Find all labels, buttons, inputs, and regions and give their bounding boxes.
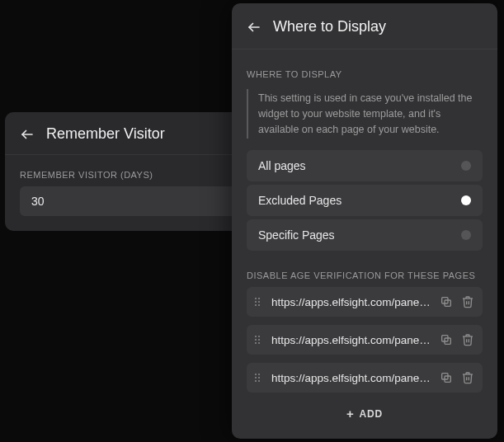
back-arrow-icon[interactable] [247, 20, 261, 35]
trash-icon[interactable] [461, 371, 474, 384]
add-label: ADD [360, 408, 383, 420]
panel-header: Remember Visitor [5, 112, 269, 155]
section-label: WHERE TO DISPLAY [232, 49, 497, 86]
drag-handle-icon[interactable] [255, 336, 263, 344]
back-arrow-icon[interactable] [20, 127, 35, 142]
copy-icon[interactable] [440, 371, 453, 384]
drag-handle-icon[interactable] [255, 298, 263, 306]
copy-icon[interactable] [440, 295, 453, 308]
field-label: REMEMBER VISITOR (DAYS) [5, 155, 269, 186]
url-row: https://apps.elfsight.com/panel… [247, 325, 483, 355]
option-excluded-pages[interactable]: Excluded Pages [247, 185, 483, 216]
copy-icon[interactable] [440, 333, 453, 346]
option-specific-pages[interactable]: Specific Pages [247, 219, 483, 251]
drag-handle-icon[interactable] [255, 374, 263, 382]
url-row: https://apps.elfsight.com/panel… [247, 363, 483, 393]
days-input[interactable]: 30 [20, 186, 254, 216]
where-to-display-panel: Where to Display WHERE TO DISPLAY This s… [232, 3, 497, 439]
url-text[interactable]: https://apps.elfsight.com/panel… [271, 296, 431, 308]
panel-title: Where to Display [273, 18, 386, 35]
display-options-group: All pages Excluded Pages Specific Pages [232, 150, 497, 251]
option-label: Specific Pages [258, 228, 335, 242]
trash-icon[interactable] [461, 295, 474, 308]
trash-icon[interactable] [461, 333, 474, 346]
excluded-url-list: https://apps.elfsight.com/panel… https:/… [232, 287, 497, 393]
radio-indicator [461, 230, 471, 240]
help-text: This setting is used in case you've inst… [247, 89, 483, 139]
url-row: https://apps.elfsight.com/panel… [247, 287, 483, 317]
radio-indicator [461, 161, 471, 171]
option-all-pages[interactable]: All pages [247, 150, 483, 181]
option-label: Excluded Pages [258, 194, 341, 207]
disable-section-label: DISABLE AGE VERIFICATION FOR THESE PAGES [232, 251, 497, 287]
plus-icon: + [346, 407, 355, 420]
add-button[interactable]: + ADD [337, 402, 393, 425]
panel-header: Where to Display [232, 3, 497, 49]
panel-title: Remember Visitor [46, 125, 165, 143]
url-text[interactable]: https://apps.elfsight.com/panel… [271, 334, 431, 346]
remember-visitor-panel: Remember Visitor REMEMBER VISITOR (DAYS)… [5, 112, 269, 231]
url-text[interactable]: https://apps.elfsight.com/panel… [271, 372, 431, 384]
option-label: All pages [258, 159, 306, 172]
radio-indicator [461, 195, 471, 205]
